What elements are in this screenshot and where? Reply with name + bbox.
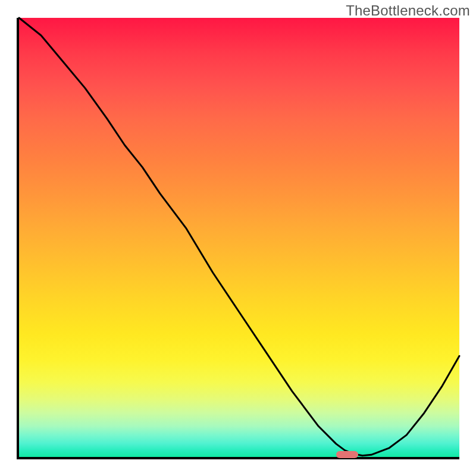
bottleneck-curve	[19, 18, 459, 456]
chart-plot-area	[19, 18, 459, 457]
chart-container: TheBottleneck.com	[0, 0, 476, 476]
optimal-range-marker	[336, 451, 358, 458]
attribution-label: TheBottleneck.com	[346, 2, 470, 19]
